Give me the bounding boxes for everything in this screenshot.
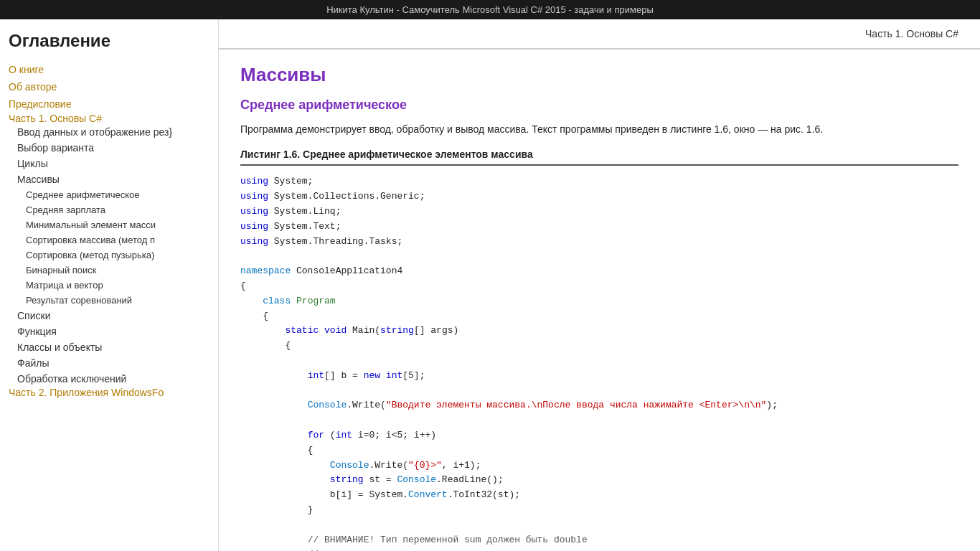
content-area: Часть 1. Основы C# Массивы Среднее арифм… [219, 19, 980, 551]
sidebar-item-choice[interactable]: Выбор варианта [9, 140, 209, 156]
sidebar-item-sort2[interactable]: Сортировка (метод пузырька) [9, 248, 209, 263]
sidebar-item-lists[interactable]: Списки [9, 308, 209, 324]
sidebar-item-functions[interactable]: Функция [9, 324, 209, 339]
sidebar-item-results[interactable]: Результат соревнований [9, 293, 209, 308]
sidebar-item-matrix[interactable]: Матрица и вектор [9, 278, 209, 293]
section-title: Среднее арифметическое [240, 98, 958, 113]
content-body: Массивы Среднее арифметическое Программа… [219, 50, 980, 551]
sidebar-item-part2[interactable]: Часть 2. Приложения WindowsFo [9, 384, 164, 401]
sidebar-item-average[interactable]: Среднее арифметическое [9, 187, 209, 202]
breadcrumb: Часть 1. Основы C# [865, 28, 958, 39]
sidebar-nav: О книге Об авторе Предисловие Часть 1. О… [9, 61, 209, 398]
sidebar-item-minelem[interactable]: Минимальный элемент масси [9, 217, 209, 232]
sidebar-item-classes[interactable]: Классы и объекты [9, 339, 209, 355]
description-text: Программа демонстрирует ввод, обработку … [240, 121, 958, 137]
sidebar: Оглавление О книге Об авторе Предисловие… [0, 19, 219, 551]
sidebar-item-part1[interactable]: Часть 1. Основы C# [9, 110, 102, 127]
sidebar-item-salary[interactable]: Средняя зарплата [9, 202, 209, 217]
top-bar: Никита Культин - Самоучитель Microsoft V… [0, 0, 980, 19]
sidebar-item-binary[interactable]: Бинарный поиск [9, 263, 209, 278]
breadcrumb-bar: Часть 1. Основы C# [219, 19, 980, 50]
page-title: Массивы [240, 64, 958, 86]
sidebar-item-input[interactable]: Ввод данных и отображение рез} [9, 124, 209, 140]
sidebar-item-about-author[interactable]: Об авторе [9, 78, 209, 95]
sidebar-heading: Оглавление [9, 31, 209, 51]
sidebar-item-sort1[interactable]: Сортировка массива (метод п [9, 232, 209, 248]
code-block: using System; using System.Collections.G… [240, 174, 958, 551]
sidebar-item-files[interactable]: Файлы [9, 355, 209, 371]
sidebar-item-loops[interactable]: Циклы [9, 156, 209, 171]
top-bar-title: Никита Культин - Самоучитель Microsoft V… [326, 4, 654, 15]
listing-header: Листинг 1.6. Среднее арифметическое элем… [240, 149, 958, 166]
sidebar-item-about-book[interactable]: О книге [9, 61, 209, 78]
sidebar-item-arrays[interactable]: Массивы [9, 171, 209, 187]
